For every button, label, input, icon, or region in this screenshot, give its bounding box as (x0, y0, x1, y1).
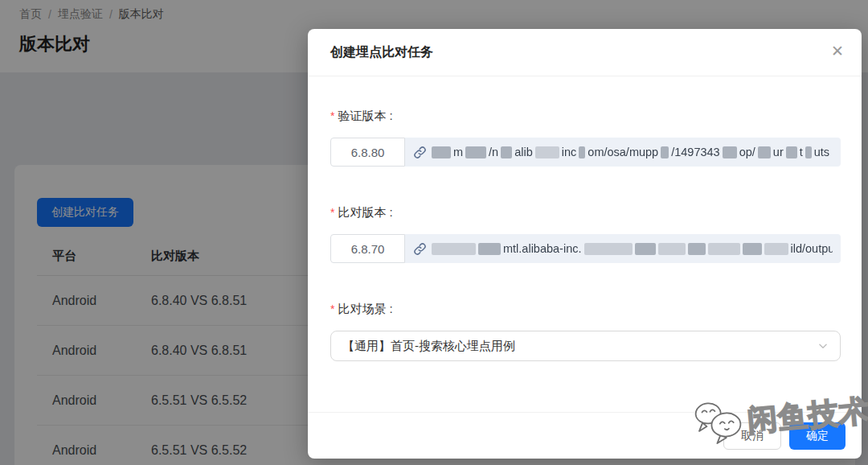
compare-version-input[interactable] (330, 234, 405, 263)
redacted-block (658, 243, 686, 255)
confirm-button[interactable]: 确定 (789, 422, 845, 450)
verify-version-url-link[interactable]: m/nalibincom/osa/mupp/1497343op/urtuts (405, 138, 841, 167)
redacted-block (805, 146, 812, 158)
redacted-block (501, 146, 512, 158)
redacted-block (635, 243, 656, 255)
redacted-block (661, 146, 669, 158)
link-icon (413, 242, 427, 256)
url-fragment: om/osa/mupp (588, 146, 658, 158)
redacted-block (758, 146, 771, 158)
field-verify-version: *验证版本 : m/nalibincom/osa/mupp/1497343op/… (330, 109, 841, 167)
redacted-block (723, 146, 737, 158)
required-asterisk: * (330, 206, 334, 219)
url-fragment: /n (489, 146, 498, 158)
verify-version-input[interactable] (330, 138, 405, 167)
url-fragment: uts (814, 146, 829, 158)
compare-version-url-link[interactable]: mtl.alibaba-inc.ild/outputs (405, 234, 841, 263)
link-icon (413, 146, 427, 159)
field-compare-scene: *比对场景 : 【通用】首页-搜索核心埋点用例 (330, 302, 841, 361)
redacted-block (764, 243, 788, 255)
url-fragment: op/ (739, 146, 755, 158)
url-fragment: mtl.alibaba-inc. (503, 242, 582, 255)
modal-header: 创建埋点比对任务 ✕ (308, 29, 862, 76)
verify-version-row: m/nalibincom/osa/mupp/1497343op/urtuts (330, 138, 841, 167)
redacted-block (535, 146, 559, 158)
url-fragment: alib (514, 146, 533, 158)
redacted-block (688, 243, 706, 255)
redacted-block (786, 146, 797, 158)
redacted-block (579, 146, 585, 158)
required-asterisk: * (330, 109, 334, 122)
redacted-block (584, 243, 633, 255)
cancel-button[interactable]: 取消 (723, 422, 781, 450)
field-compare-version: *比对版本 : mtl.alibaba-inc.ild/outputs (330, 205, 841, 263)
modal-body: *验证版本 : m/nalibincom/osa/mupp/1497343op/… (308, 76, 862, 361)
field-label: *比对版本 : (330, 205, 841, 220)
chevron-down-icon (817, 340, 829, 352)
create-task-modal: 创建埋点比对任务 ✕ *验证版本 : m/nalibincom/osa/mupp… (308, 29, 862, 459)
modal-title: 创建埋点比对任务 (330, 44, 433, 61)
modal-footer: 取消 确定 (308, 412, 862, 459)
redacted-block (432, 146, 451, 158)
redacted-block (465, 146, 486, 158)
redacted-block (478, 243, 501, 255)
url-fragment: t (800, 146, 803, 158)
redacted-url: m/nalibincom/osa/mupp/1497343op/urtuts (432, 146, 829, 158)
url-fragment: m (453, 146, 463, 158)
selected-scene-value: 【通用】首页-搜索核心埋点用例 (342, 339, 515, 354)
compare-version-row: mtl.alibaba-inc.ild/outputs (330, 234, 841, 263)
compare-scene-select[interactable]: 【通用】首页-搜索核心埋点用例 (330, 331, 841, 361)
url-fragment: ild/outputs (791, 242, 833, 255)
url-fragment: inc (562, 146, 577, 158)
field-label: *验证版本 : (330, 109, 841, 124)
field-label: *比对场景 : (330, 302, 841, 317)
close-icon[interactable]: ✕ (831, 43, 844, 59)
redacted-block (743, 243, 762, 255)
url-fragment: ur (773, 146, 784, 158)
redacted-block (432, 243, 476, 255)
redacted-url: mtl.alibaba-inc.ild/outputs (432, 242, 833, 255)
redacted-block (708, 243, 740, 255)
url-fragment: /1497343 (671, 146, 719, 158)
required-asterisk: * (330, 302, 334, 315)
